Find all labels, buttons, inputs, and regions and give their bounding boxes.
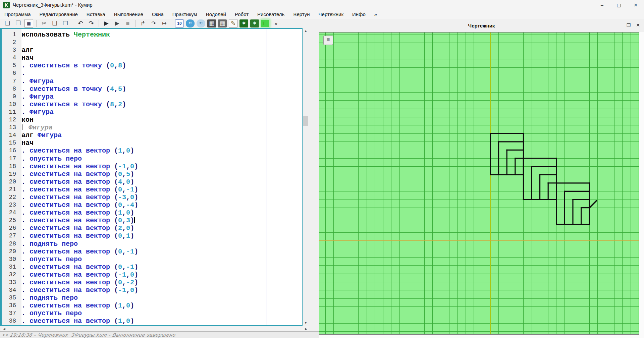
- window-titlebar[interactable]: K Чертежник_3Фигуры.kum* - Кумир –▢✕: [0, 0, 644, 10]
- open-file-button[interactable]: ❐: [14, 19, 22, 28]
- code-line[interactable]: . сместиться на вектор (0,3): [21, 217, 302, 224]
- code-token: 0: [126, 147, 130, 155]
- code-token: -1: [118, 271, 126, 279]
- code-token: 0: [126, 224, 130, 232]
- menu-водолей[interactable]: Водолей: [202, 10, 230, 19]
- scroll-left-icon[interactable]: ◀: [1, 326, 7, 332]
- code-line[interactable]: . сместиться на вектор (1,0): [21, 302, 302, 309]
- code-line[interactable]: . сместиться на вектор (0,-1): [21, 248, 302, 256]
- code-line[interactable]: . сместиться в точку (4,5): [21, 85, 302, 93]
- robot-pult-button[interactable]: ▦: [218, 19, 227, 27]
- code-line[interactable]: . сместиться в точку (8,2): [21, 101, 302, 108]
- code-line[interactable]: . сместиться на вектор (0,-1): [21, 263, 302, 271]
- menu-практикум[interactable]: Практикум: [168, 10, 202, 19]
- drawing-field[interactable]: ≡: [319, 32, 639, 335]
- menu-редактирование[interactable]: Редактирование: [35, 10, 82, 19]
- risovatel-window-button[interactable]: ✎: [229, 19, 237, 28]
- vertun-pult-button[interactable]: ✶: [250, 19, 259, 27]
- menu-программа[interactable]: Программа: [0, 10, 35, 19]
- code-line[interactable]: . опустить перо: [21, 155, 302, 163]
- vodoley-window-button[interactable]: ≈: [186, 19, 195, 27]
- code-line[interactable]: нач: [21, 54, 302, 62]
- step-over-button[interactable]: ↷: [149, 19, 158, 28]
- code-line[interactable]: [21, 39, 302, 46]
- cut-button[interactable]: ✂: [40, 19, 48, 28]
- paste-button[interactable]: ❒: [61, 19, 70, 28]
- menu-вертун[interactable]: Вертун: [289, 10, 314, 19]
- menu-инфо[interactable]: Инфо: [348, 10, 370, 19]
- line-number: 1: [2, 31, 21, 39]
- undo-button[interactable]: ↶: [76, 19, 85, 28]
- code-token: использовать: [21, 31, 74, 39]
- run-step-button[interactable]: ▶: [113, 19, 121, 28]
- step-into-button[interactable]: ↱: [139, 19, 147, 28]
- code-line[interactable]: . Фигура: [21, 93, 302, 101]
- scroll-right-icon[interactable]: ▶: [303, 326, 309, 332]
- code-line[interactable]: . поднять перо: [21, 294, 302, 302]
- code-editor[interactable]: 1234567891011121314151617181920212223242…: [1, 28, 303, 326]
- step-out-button[interactable]: ↦: [160, 19, 169, 28]
- code-line[interactable]: алг Фигура: [21, 131, 302, 139]
- stop-button[interactable]: ■: [123, 19, 132, 28]
- menu-робот[interactable]: Робот: [230, 10, 253, 19]
- code-line[interactable]: кон: [21, 116, 302, 124]
- toolbar-overflow-button[interactable]: »: [272, 19, 280, 28]
- code-line[interactable]: . Фигура: [21, 108, 302, 116]
- code-line[interactable]: . сместиться в точку (0,8): [21, 62, 302, 69]
- redo-button[interactable]: ↷: [87, 19, 96, 28]
- code-line[interactable]: . сместиться на вектор (-3,0): [21, 193, 302, 201]
- run-button[interactable]: ▶: [102, 19, 111, 28]
- maximize-button[interactable]: ▢: [610, 0, 627, 10]
- menu-рисователь[interactable]: Рисователь: [253, 10, 289, 19]
- chertezhnik-titlebar[interactable]: Чертежник ❐✕: [319, 20, 644, 32]
- code-line[interactable]: . сместиться на вектор (0,5): [21, 170, 302, 178]
- minimize-button[interactable]: –: [594, 0, 610, 10]
- code-line[interactable]: . сместиться на вектор (1,0): [21, 317, 302, 325]
- menu-окна[interactable]: Окна: [148, 10, 168, 19]
- line-number: 36: [2, 302, 21, 309]
- code-line[interactable]: алг: [21, 46, 302, 54]
- new-file-button[interactable]: ❏: [3, 19, 12, 28]
- robot-window-button[interactable]: ▦: [207, 19, 216, 27]
- save-button[interactable]: ◼: [24, 19, 33, 28]
- code-token: .: [21, 217, 30, 224]
- close-window-icon[interactable]: ✕: [636, 22, 640, 28]
- code-line[interactable]: . сместиться на вектор (0,-2): [21, 279, 302, 286]
- code-line[interactable]: . поднять перо: [21, 240, 302, 248]
- scroll-up-icon[interactable]: ▲: [303, 28, 309, 34]
- vertical-scrollbar-thumb[interactable]: [303, 116, 308, 126]
- chertezhnik-window-button[interactable]: ∟: [261, 19, 270, 27]
- menu-[interactable]: »: [370, 10, 381, 19]
- menu-чертежник[interactable]: Чертежник: [314, 10, 348, 19]
- code-line[interactable]: . Фигура: [21, 77, 302, 85]
- font-size-button[interactable]: 10: [175, 19, 184, 27]
- code-line[interactable]: . сместиться на вектор (-1,0): [21, 163, 302, 170]
- scroll-down-icon[interactable]: ▼: [303, 320, 309, 326]
- code-line[interactable]: . опустить перо: [21, 309, 302, 317]
- close-button[interactable]: ✕: [627, 0, 644, 10]
- code-line[interactable]: . сместиться на вектор (1,0): [21, 209, 302, 217]
- code-line[interactable]: . опустить перо: [21, 256, 302, 263]
- code-line[interactable]: . сместиться на вектор (0,-4): [21, 201, 302, 209]
- float-window-icon[interactable]: ❐: [627, 22, 631, 28]
- code-line[interactable]: . сместиться на вектор (0,1): [21, 232, 302, 240]
- code-line[interactable]: . сместиться на вектор (2,0): [21, 224, 302, 232]
- vertical-scrollbar[interactable]: ▲ ▼: [303, 28, 309, 326]
- vertun-window-button[interactable]: ✶: [239, 19, 248, 27]
- code-line[interactable]: нач: [21, 139, 302, 147]
- field-menu-button[interactable]: ≡: [323, 36, 333, 45]
- code-line[interactable]: . сместиться на вектор (0,-1): [21, 186, 302, 193]
- code-line[interactable]: . сместиться на вектор (-1,0): [21, 271, 302, 279]
- vodoley-pult-button[interactable]: ≈: [197, 19, 205, 27]
- code-line[interactable]: использовать Чертежник: [21, 31, 302, 39]
- menu-вставка[interactable]: Вставка: [82, 10, 110, 19]
- code-line[interactable]: . сместиться на вектор (4,0): [21, 178, 302, 186]
- code-line[interactable]: . сместиться на вектор (-1,0): [21, 286, 302, 294]
- copy-button[interactable]: ❑: [50, 19, 59, 28]
- horizontal-scrollbar[interactable]: ◀ ▶: [1, 326, 309, 332]
- code-line[interactable]: . сместиться на вектор (1,0): [21, 147, 302, 155]
- menu-выполнение[interactable]: Выполнение: [110, 10, 148, 19]
- code-line[interactable]: .: [21, 69, 302, 77]
- code-area[interactable]: использовать Чертежникалгнач. сместиться…: [21, 29, 302, 325]
- code-line[interactable]: Фигура: [21, 124, 302, 131]
